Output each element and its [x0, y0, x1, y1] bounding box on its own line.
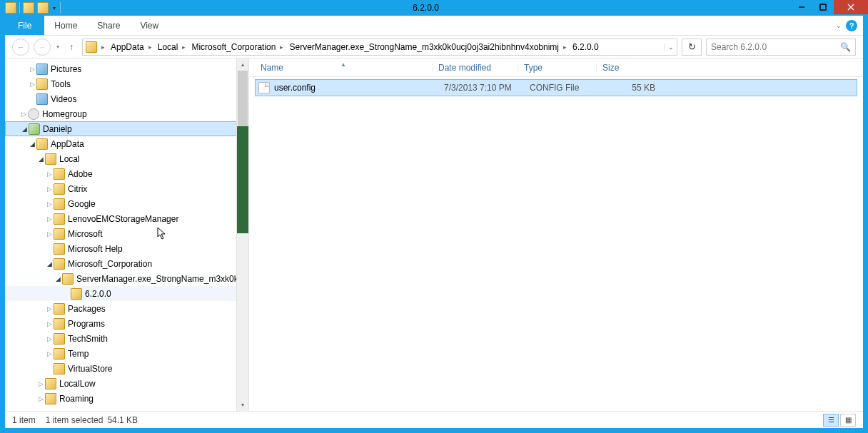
column-header-date[interactable]: Date modified — [432, 63, 518, 73]
tree-item-roaming[interactable]: ▷Roaming — [5, 391, 248, 406]
breadcrumb-mscorp[interactable]: Microsoft_Corporation — [187, 42, 278, 52]
expand-icon[interactable]: ▷ — [28, 66, 36, 73]
qat-folder-icon-2[interactable] — [37, 2, 49, 14]
file-list-pane[interactable]: Name▲ Date modified Type Size user.confi… — [249, 58, 863, 411]
tree-item-local[interactable]: ◢Local — [5, 151, 248, 166]
ribbon-expand-icon[interactable]: ⌄ — [836, 22, 842, 29]
breadcrumb-appdata[interactable]: AppData — [106, 42, 147, 52]
breadcrumb-sep-icon[interactable]: ▸ — [278, 44, 285, 51]
breadcrumb-sep-icon[interactable]: ▸ — [181, 44, 187, 51]
tree-item[interactable]: ▷Microsoft — [5, 226, 248, 241]
sort-ascending-icon: ▲ — [340, 61, 346, 68]
tree-item[interactable]: ▷Google — [5, 196, 248, 211]
expand-icon[interactable]: ▷ — [28, 81, 36, 88]
expand-icon[interactable]: ▷ — [45, 320, 54, 327]
tree-item-user[interactable]: ◢Danielp — [5, 121, 248, 136]
breadcrumb-local[interactable]: Local — [153, 42, 181, 52]
expand-icon[interactable]: ▷ — [19, 111, 28, 118]
tree-item[interactable]: ▷Citrix — [5, 181, 248, 196]
tree-item-locallow[interactable]: ▷LocalLow — [5, 376, 248, 391]
folder-icon — [54, 168, 65, 180]
tree-item[interactable]: ▷VirtualStore — [5, 361, 248, 376]
window-title: 6.2.0.0 — [61, 3, 791, 13]
expand-icon[interactable]: ▷ — [45, 170, 54, 178]
scrollbar-thumb-highlight[interactable] — [237, 126, 248, 233]
navigation-pane[interactable]: ▷Pictures ▷Tools ▷Videos ▷Homegroup ◢Dan… — [5, 58, 249, 411]
expand-icon[interactable]: ▷ — [45, 305, 54, 312]
breadcrumb-version[interactable]: 6.2.0.0 — [568, 42, 602, 52]
collapse-icon[interactable]: ◢ — [54, 275, 62, 282]
breadcrumb-servermanager[interactable]: ServerManager.exe_StrongName_m3xk0k0ucj0… — [285, 42, 562, 52]
expand-icon[interactable]: ▷ — [45, 185, 54, 193]
forward-button[interactable]: → — [34, 39, 51, 56]
scroll-up-icon[interactable]: ▴ — [237, 58, 248, 71]
tree-item-version[interactable]: ▷6.2.0.0 — [5, 286, 248, 301]
file-row[interactable]: user.config 7/3/2013 7:10 PM CONFIG File… — [255, 79, 857, 96]
expand-icon[interactable]: ▷ — [36, 395, 45, 402]
close-button[interactable] — [834, 0, 868, 14]
search-box[interactable]: 🔍 — [706, 39, 856, 56]
collapse-icon[interactable]: ◢ — [28, 141, 36, 148]
collapse-icon[interactable]: ◢ — [45, 260, 54, 268]
expand-icon[interactable]: ▷ — [45, 215, 54, 223]
folder-icon — [54, 198, 65, 210]
tree-item-homegroup[interactable]: ▷Homegroup — [5, 106, 248, 121]
tab-home[interactable]: Home — [44, 16, 87, 35]
address-bar[interactable]: ▸ AppData ▸ Local ▸ Microsoft_Corporatio… — [82, 39, 677, 56]
tree-item[interactable]: ▷Temp — [5, 346, 248, 361]
scrollbar[interactable]: ▴ ▾ — [236, 58, 248, 411]
collapse-icon[interactable]: ◢ — [36, 156, 45, 163]
collapse-icon[interactable]: ◢ — [20, 126, 29, 133]
column-header-size[interactable]: Size — [596, 63, 647, 73]
search-input[interactable] — [711, 42, 840, 52]
column-header-name[interactable]: Name▲ — [255, 63, 432, 73]
nav-history-dropdown-icon[interactable]: ▾ — [55, 44, 61, 50]
tree-item-appdata[interactable]: ◢AppData — [5, 136, 248, 151]
expand-icon[interactable]: ▷ — [45, 350, 54, 357]
scroll-down-icon[interactable]: ▾ — [237, 399, 248, 411]
view-details-button[interactable]: ☰ — [823, 414, 839, 427]
breadcrumb-sep-icon[interactable]: ▸ — [100, 44, 106, 51]
address-dropdown-icon[interactable]: ⌄ — [664, 44, 677, 51]
folder-icon — [54, 363, 65, 375]
scrollbar-thumb[interactable] — [238, 71, 248, 126]
folder-icon — [54, 318, 65, 330]
tab-view[interactable]: View — [130, 16, 168, 35]
breadcrumb-sep-icon[interactable]: ▸ — [147, 44, 153, 51]
status-selected-size: 54.1 KB — [107, 415, 138, 425]
tree-item-servermanager[interactable]: ◢ServerManager.exe_StrongName_m3xk0k0ucj — [5, 271, 248, 286]
up-button[interactable]: ↑ — [65, 42, 78, 52]
tree-item[interactable]: ▷Packages — [5, 301, 248, 316]
expand-icon[interactable]: ▷ — [36, 380, 45, 387]
column-header-type[interactable]: Type — [518, 63, 596, 73]
refresh-button[interactable]: ↻ — [682, 39, 702, 56]
titlebar[interactable]: ▾ 6.2.0.0 — [0, 0, 868, 16]
maximize-button[interactable] — [812, 0, 834, 14]
qat-folder-icon[interactable] — [23, 2, 34, 14]
tree-item-tools[interactable]: ▷Tools — [5, 76, 248, 91]
expand-icon[interactable]: ▷ — [45, 200, 54, 208]
tree-item-mscorp[interactable]: ◢Microsoft_Corporation — [5, 256, 248, 271]
file-tab[interactable]: File — [5, 16, 44, 35]
tree-item[interactable]: ▷Programs — [5, 316, 248, 331]
tab-share[interactable]: Share — [87, 16, 130, 35]
back-button[interactable]: ← — [12, 39, 29, 56]
homegroup-icon — [28, 108, 39, 120]
file-date: 7/3/2013 7:10 PM — [444, 83, 530, 93]
tree-item-videos[interactable]: ▷Videos — [5, 91, 248, 106]
tree-item[interactable]: ▷LenovoEMCStorageManager — [5, 211, 248, 226]
tree-item[interactable]: ▷Adobe — [5, 166, 248, 181]
folder-icon — [45, 393, 56, 404]
tree-item[interactable]: ▷TechSmith — [5, 331, 248, 346]
expand-icon[interactable]: ▷ — [45, 335, 54, 342]
expand-icon[interactable]: ▷ — [45, 230, 54, 238]
search-icon[interactable]: 🔍 — [840, 42, 851, 52]
view-icons-button[interactable]: ▦ — [840, 414, 856, 427]
breadcrumb-sep-icon[interactable]: ▸ — [562, 44, 568, 51]
help-icon[interactable]: ? — [846, 20, 857, 31]
tree-item-pictures[interactable]: ▷Pictures — [5, 61, 248, 76]
minimize-button[interactable] — [791, 0, 812, 14]
tree-item[interactable]: ▷Microsoft Help — [5, 241, 248, 256]
qat-dropdown-icon[interactable]: ▾ — [51, 2, 57, 14]
folder-icon — [54, 348, 65, 360]
